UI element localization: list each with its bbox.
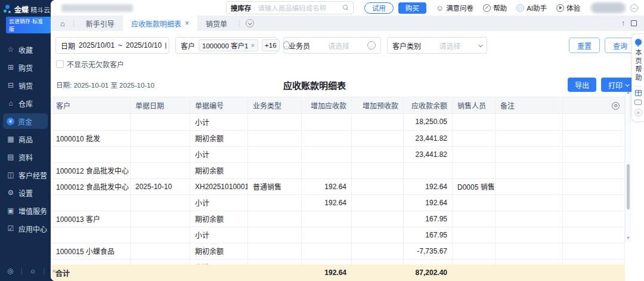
theme-icon[interactable]: ☼ bbox=[30, 267, 36, 275]
page-content: 日期 2025/10/01 ~ 2025/10/10 客户 1000000 客户… bbox=[51, 31, 644, 281]
table-cell bbox=[248, 194, 302, 211]
sidebar-item-products[interactable]: ▦商品 bbox=[3, 131, 48, 147]
gift-icon[interactable] bbox=[635, 90, 642, 96]
divider bbox=[73, 20, 74, 27]
divider: | bbox=[44, 267, 45, 275]
sidebar-item-warehouse[interactable]: ⌂仓库 bbox=[3, 95, 48, 111]
help-icon bbox=[483, 4, 491, 12]
column-header[interactable]: 备注 bbox=[496, 97, 563, 114]
tab-receivable-report[interactable]: 应收账款明细表× bbox=[123, 16, 197, 31]
chat-icon[interactable]: ··· bbox=[634, 100, 642, 105]
column-header[interactable]: 单据日期 bbox=[131, 97, 190, 114]
customer-category-field[interactable]: 客户类别 请选择 bbox=[387, 37, 487, 54]
salesman-field[interactable]: 业务员 请选择 … bbox=[283, 37, 381, 54]
sidebar-item-settings[interactable]: ⚙设置 bbox=[3, 185, 48, 200]
table-row[interactable]: 1000012 食品批发中心期初余额 bbox=[51, 162, 625, 178]
table-row[interactable]: 小计23,441.82 bbox=[51, 146, 625, 162]
survey-menu[interactable]: ☺ 满意问卷 bbox=[436, 3, 473, 13]
search-icon[interactable] bbox=[343, 5, 349, 11]
table-cell bbox=[496, 114, 563, 130]
column-header[interactable]: 单据编号 bbox=[190, 97, 248, 114]
column-settings-icon[interactable]: ⚙ bbox=[612, 102, 620, 110]
divider: | bbox=[20, 267, 22, 275]
table-row[interactable]: 小计167.95 bbox=[51, 227, 625, 243]
ai-assistant-menu[interactable]: AI助手 bbox=[516, 3, 547, 13]
table-row[interactable]: 小计192.64192.64 bbox=[51, 194, 625, 211]
table-row[interactable]: 1000013 客户期初余额167.95 bbox=[51, 211, 625, 227]
table-cell bbox=[302, 243, 352, 259]
table-row[interactable]: 1000010 批发期初余额23,441.82 bbox=[51, 130, 625, 146]
table-vertical-scrollbar[interactable]: ▲ ▼ bbox=[625, 89, 631, 242]
collapse-topbar-icon[interactable]: ← bbox=[630, 4, 638, 12]
collapse-panel-icon[interactable]: » bbox=[634, 109, 642, 116]
sidebar-item-label: 购货 bbox=[18, 63, 33, 73]
table-cell bbox=[352, 130, 404, 146]
table-row[interactable]: 小计-7,735.67 bbox=[51, 259, 625, 264]
app-center-icon: ☑ bbox=[7, 224, 15, 233]
sidebar-item-data[interactable]: ▤资料 bbox=[3, 149, 48, 165]
sidebar-item-label: 增值服务 bbox=[18, 206, 47, 216]
scroll-top-icon[interactable]: ↑ bbox=[621, 19, 625, 27]
tab-guide[interactable]: 新手引导 bbox=[78, 16, 123, 31]
calendar-icon[interactable] bbox=[165, 42, 166, 49]
column-header[interactable]: 增加应收款 bbox=[302, 97, 352, 114]
sidebar-nav: ☆收藏⊞购货⊟销货⌂仓库¥资金▦商品▤资料◫客户经营⚙设置▣增值服务☑应用中心 bbox=[0, 39, 51, 267]
page-help-tab[interactable]: 本页帮助 bbox=[633, 49, 643, 82]
more-options-icon[interactable]: … bbox=[367, 41, 376, 50]
table-cell bbox=[248, 227, 302, 243]
customer-more-count[interactable]: +16 bbox=[262, 39, 280, 51]
table-row[interactable]: 1000012 食品批发中心2025-10-10XH20251010001普通销… bbox=[51, 178, 625, 194]
table-cell bbox=[563, 211, 625, 227]
column-header[interactable]: 客户 bbox=[51, 97, 131, 114]
table-row[interactable]: 1000015 小蝶食品期初余额-7,735.67 bbox=[51, 243, 625, 259]
scrollbar-thumb[interactable] bbox=[627, 164, 630, 209]
bulb-icon[interactable] bbox=[635, 39, 642, 45]
column-header[interactable]: 增加预收款 bbox=[352, 97, 404, 114]
sidebar-item-customer-ops[interactable]: ◫客户经营 bbox=[3, 167, 48, 183]
print-button[interactable]: 打印 bbox=[601, 78, 636, 92]
tab-list-dropdown-icon[interactable] bbox=[246, 19, 254, 27]
table-cell: 1000010 批发 bbox=[51, 130, 131, 146]
data-doc-icon: ▤ bbox=[7, 153, 15, 161]
home-icon[interactable]: ⌂ bbox=[55, 19, 70, 28]
target-icon[interactable]: ◎ bbox=[7, 267, 13, 275]
sidebar-item-purchase[interactable]: ⊞购货 bbox=[3, 60, 48, 75]
sidebar-item-app-center[interactable]: ☑应用中心 bbox=[3, 221, 48, 236]
scroll-down-arrow-icon[interactable]: ▼ bbox=[626, 236, 630, 240]
collapse-sidebar-icon[interactable]: ⇤ bbox=[52, 267, 58, 275]
experience-menu[interactable]: 体验 bbox=[556, 3, 580, 13]
trial-button[interactable]: 试用 bbox=[364, 2, 394, 14]
reset-button[interactable]: 重置 bbox=[569, 38, 600, 53]
tab-sales-order[interactable]: 销货单 bbox=[197, 16, 236, 31]
column-header[interactable]: 销售人员 bbox=[453, 97, 496, 114]
sidebar-item-value-services[interactable]: ▣增值服务 bbox=[3, 203, 48, 218]
column-header[interactable]: 应收款余额 bbox=[404, 97, 453, 114]
column-header[interactable]: 业务类型 bbox=[248, 97, 302, 114]
hide-no-debt-row: 不显示无欠款客户 bbox=[51, 54, 644, 69]
more-options-icon[interactable]: … bbox=[283, 41, 290, 50]
user-avatar-redacted[interactable] bbox=[591, 2, 626, 13]
date-range-field[interactable]: 日期 2025/10/01 ~ 2025/10/10 bbox=[55, 37, 169, 54]
customer-tag-label: 1000000 客户1 bbox=[202, 41, 248, 50]
close-tab-icon[interactable]: × bbox=[185, 19, 189, 27]
hide-no-debt-checkbox[interactable] bbox=[56, 60, 64, 68]
table-cell bbox=[51, 194, 131, 211]
table-cell bbox=[302, 162, 352, 178]
sidebar-item-favorites[interactable]: ☆收藏 bbox=[3, 42, 48, 57]
table-cell: 167.95 bbox=[404, 227, 453, 243]
fullscreen-icon[interactable] bbox=[631, 20, 637, 26]
buy-button[interactable]: 购买 bbox=[398, 2, 426, 14]
sidebar-item-sales[interactable]: ⊟销货 bbox=[3, 78, 48, 93]
inventory-search-input[interactable]: 搜库存 请输入商品编码或名称 bbox=[226, 1, 354, 14]
help-menu[interactable]: 帮助 bbox=[483, 3, 507, 13]
table-cell: 普通销售 bbox=[248, 178, 302, 194]
table-cell: 167.95 bbox=[404, 211, 453, 227]
customer-field[interactable]: 客户 1000000 客户1 × +16 … bbox=[175, 37, 277, 54]
export-button[interactable]: 导出 bbox=[568, 78, 596, 92]
table-body-scroll-area[interactable]: 小计18,250.051000010 批发期初余额23,441.82小计23,4… bbox=[51, 114, 625, 264]
table-row[interactable]: 小计18,250.05 bbox=[51, 114, 625, 130]
remove-tag-icon[interactable]: × bbox=[250, 42, 255, 49]
sidebar-item-funds[interactable]: ¥资金 bbox=[3, 113, 48, 129]
table-cell: 2025-10-10 bbox=[131, 178, 190, 194]
table-cell bbox=[352, 211, 404, 227]
